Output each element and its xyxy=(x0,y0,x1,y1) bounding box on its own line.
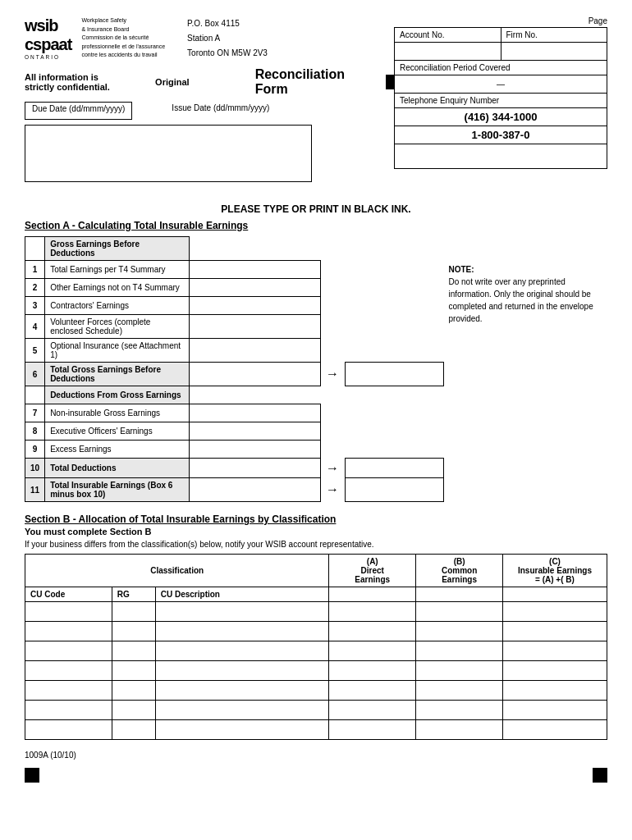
row-3-value[interactable] xyxy=(189,297,320,315)
col-b-sub-header xyxy=(416,587,503,602)
rg-7[interactable] xyxy=(112,720,155,740)
col-a-sub-header xyxy=(329,587,416,602)
col-b-3[interactable] xyxy=(416,641,503,661)
col-b-2[interactable] xyxy=(416,622,503,641)
row-5-value[interactable] xyxy=(189,339,320,363)
cu-desc-3[interactable] xyxy=(155,641,329,661)
col-c-2[interactable] xyxy=(502,622,607,641)
confidential-text: All information is strictly confidential… xyxy=(25,72,114,92)
col-c-1[interactable] xyxy=(502,602,607,622)
col-b-4[interactable] xyxy=(416,661,503,681)
confidential-row: All information is strictly confidential… xyxy=(25,67,394,97)
row-2-total xyxy=(345,279,443,297)
cu-code-4[interactable] xyxy=(25,661,112,681)
col-a-7[interactable] xyxy=(329,720,416,740)
col-b-7[interactable] xyxy=(416,720,503,740)
due-date-field[interactable]: Due Date (dd/mmm/yyyy) xyxy=(25,102,132,120)
issue-date-field[interactable]: Issue Date (dd/mmm/yyyy) xyxy=(165,102,276,120)
row-11-label: Total Insurable Earnings (Box 6 minus bo… xyxy=(45,478,189,502)
firm-no-value[interactable] xyxy=(501,43,607,61)
reconciliation-period-row: Reconciliation Period Covered xyxy=(395,61,607,75)
cu-desc-2[interactable] xyxy=(155,622,329,641)
address-text-area[interactable] xyxy=(25,125,312,182)
col-a-1[interactable] xyxy=(329,602,416,622)
row-2-num: 2 xyxy=(25,279,45,297)
cu-code-1[interactable] xyxy=(25,602,112,622)
row-1-label: Total Earnings per T4 Summary xyxy=(45,261,189,279)
account-no-value[interactable] xyxy=(395,43,501,61)
row-11-total[interactable] xyxy=(345,478,443,502)
col-a-4[interactable] xyxy=(329,661,416,681)
table-row xyxy=(25,622,607,641)
row-5-num: 5 xyxy=(25,339,45,363)
table-row xyxy=(25,701,607,720)
row-9-value[interactable] xyxy=(189,441,320,459)
row-10-total[interactable] xyxy=(345,459,443,478)
logo-ontario: ONTARIO xyxy=(25,54,71,60)
row-10-label: Total Deductions xyxy=(45,459,189,478)
top-logo-row: wsib cspaat ONTARIO Workplace Safety & I… xyxy=(25,16,394,61)
col-c-4[interactable] xyxy=(502,661,607,681)
col-c-7[interactable] xyxy=(502,720,607,740)
col-c-3[interactable] xyxy=(502,641,607,661)
cu-desc-7[interactable] xyxy=(155,720,329,740)
col-c-5[interactable] xyxy=(502,681,607,701)
col-b-6[interactable] xyxy=(416,701,503,720)
col-a-6[interactable] xyxy=(329,701,416,720)
reconciliation-period-value[interactable]: — xyxy=(395,75,607,94)
col-c-6[interactable] xyxy=(502,701,607,720)
col-a-3[interactable] xyxy=(329,641,416,661)
info-table: Account No. Firm No. Reconciliation Peri… xyxy=(394,27,607,169)
row-6-num: 6 xyxy=(25,363,45,386)
row-4-value[interactable] xyxy=(189,315,320,339)
row-8-arrow xyxy=(320,422,345,441)
table-row: 8 Executive Officers' Earnings xyxy=(25,422,608,441)
cu-desc-1[interactable] xyxy=(155,602,329,622)
col-b-5[interactable] xyxy=(416,681,503,701)
row-7-arrow xyxy=(320,404,345,422)
cu-desc-5[interactable] xyxy=(155,681,329,701)
col-a-2[interactable] xyxy=(329,622,416,641)
cu-code-3[interactable] xyxy=(25,641,112,661)
reconciliation-period-value-row: — xyxy=(395,75,607,94)
row-10-arrow: → xyxy=(320,459,345,478)
col-b-1[interactable] xyxy=(416,602,503,622)
gross-header-note xyxy=(443,237,607,261)
row-8-label: Executive Officers' Earnings xyxy=(45,422,189,441)
rg-6[interactable] xyxy=(112,701,155,720)
row-6-value[interactable] xyxy=(189,363,320,386)
section-b-header-row-1: Classification (A) Direct Earnings (B) C… xyxy=(25,555,607,587)
rg-5[interactable] xyxy=(112,681,155,701)
extra-cell[interactable] xyxy=(395,144,607,169)
row-6-total[interactable] xyxy=(345,363,443,386)
account-firm-row: Account No. Firm No. xyxy=(395,28,607,43)
cu-desc-6[interactable] xyxy=(155,701,329,720)
row-7-num: 7 xyxy=(25,404,45,422)
cu-code-7[interactable] xyxy=(25,720,112,740)
cu-code-6[interactable] xyxy=(25,701,112,720)
row-7-total xyxy=(345,404,443,422)
col-a-5[interactable] xyxy=(329,681,416,701)
col-b-header: (B) Common Earnings xyxy=(416,555,503,587)
row-8-value[interactable] xyxy=(189,422,320,441)
table-row: 10 Total Deductions → xyxy=(25,459,608,478)
rg-4[interactable] xyxy=(112,661,155,681)
footer: 1009A (10/10) xyxy=(25,750,607,760)
deductions-header-total xyxy=(345,386,443,404)
deductions-num xyxy=(25,386,45,404)
row-3-total xyxy=(345,297,443,315)
rg-1[interactable] xyxy=(112,602,155,622)
rg-3[interactable] xyxy=(112,641,155,661)
rg-2[interactable] xyxy=(112,622,155,641)
cu-code-5[interactable] xyxy=(25,681,112,701)
note-cell: NOTE: Do not write over any preprinted i… xyxy=(443,261,607,386)
cu-code-2[interactable] xyxy=(25,622,112,641)
row-10-value[interactable] xyxy=(189,459,320,478)
row-7-value[interactable] xyxy=(189,404,320,422)
row-2-value[interactable] xyxy=(189,279,320,297)
cu-desc-4[interactable] xyxy=(155,661,329,681)
row-11-value[interactable] xyxy=(189,478,320,502)
row-4-total xyxy=(345,315,443,339)
bottom-right-square xyxy=(593,768,607,783)
row-1-value[interactable] xyxy=(189,261,320,279)
